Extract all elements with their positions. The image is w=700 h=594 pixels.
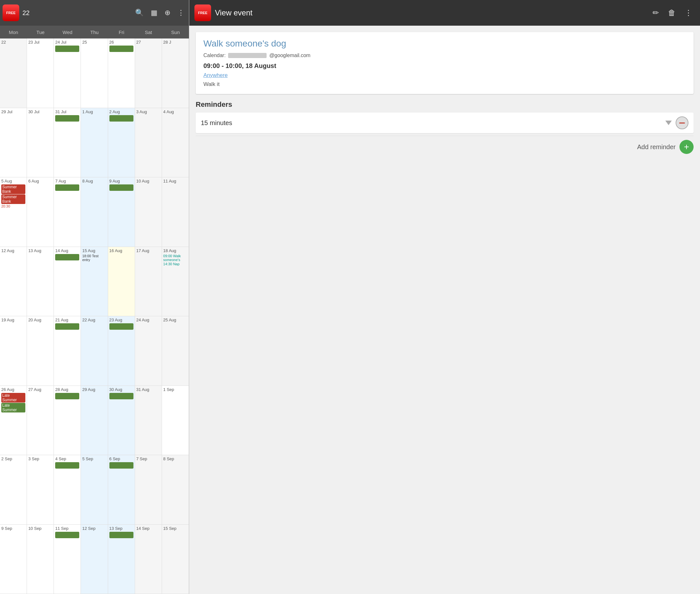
- calendar-event[interactable]: 18:00 Test entry: [82, 254, 106, 262]
- calendar-event[interactable]: [55, 323, 79, 330]
- event-app-icon: FREE: [194, 4, 211, 21]
- event-panel: FREE View event ✏ 🗑 ⋮ Walk someone's dog…: [189, 0, 700, 594]
- calendar-cell[interactable]: 15 Sep: [162, 525, 189, 594]
- delete-icon[interactable]: 🗑: [665, 6, 678, 20]
- calendar-cell[interactable]: 30 Jul: [27, 108, 54, 177]
- calendar-cell[interactable]: 25 Aug: [162, 316, 189, 386]
- calendar-event[interactable]: 09:00 Walk someone's: [163, 254, 187, 262]
- calendar-event[interactable]: Summer Bank: [1, 185, 25, 194]
- calendar-cell[interactable]: 14 Aug: [54, 247, 81, 316]
- cell-date: 1 Aug: [82, 109, 106, 114]
- calendar-cell[interactable]: 29 Jul: [0, 108, 27, 177]
- calendar-cell[interactable]: 8 Sep: [162, 455, 189, 524]
- calendar-cell[interactable]: 17 Aug: [135, 247, 162, 316]
- calendar-cell[interactable]: 16 Aug: [108, 247, 135, 316]
- calendar-event[interactable]: 20:30: [1, 204, 25, 208]
- calendar-event[interactable]: 14:30 Nap: [163, 262, 187, 266]
- calendar-cell[interactable]: 22: [0, 38, 27, 108]
- calendar-event[interactable]: [109, 115, 133, 122]
- calendar-event[interactable]: Late Summer: [1, 393, 25, 402]
- calendar-cell[interactable]: 11 Aug: [162, 177, 189, 246]
- calendar-cell[interactable]: 27 Aug: [27, 386, 54, 455]
- edit-icon[interactable]: ✏: [650, 6, 662, 20]
- calendar-cell[interactable]: 25: [81, 38, 108, 108]
- calendar-cell[interactable]: 28 Aug: [54, 386, 81, 455]
- calendar-cell[interactable]: 11 Sep: [54, 525, 81, 594]
- calendar-cell[interactable]: 6 Aug: [27, 177, 54, 246]
- calendar-cell[interactable]: 28 J: [162, 38, 189, 108]
- calendar-cell[interactable]: 3 Sep: [27, 455, 54, 524]
- calendar-cell[interactable]: 13 Sep: [108, 525, 135, 594]
- calendar-event[interactable]: [109, 393, 133, 399]
- add-icon[interactable]: ⊕: [163, 7, 172, 19]
- calendar-cell[interactable]: 23 Jul: [27, 38, 54, 108]
- calendar-event[interactable]: [109, 462, 133, 469]
- calendar-cell[interactable]: 1 Sep: [162, 386, 189, 455]
- event-location[interactable]: Anywhere: [203, 72, 686, 78]
- more-icon[interactable]: ⋮: [176, 7, 186, 19]
- calendar-event[interactable]: [109, 323, 133, 330]
- calendar-cell[interactable]: 14 Sep: [135, 525, 162, 594]
- search-icon[interactable]: 🔍: [133, 7, 146, 19]
- calendar-cell[interactable]: 19 Aug: [0, 316, 27, 386]
- calendar-event[interactable]: [55, 254, 79, 260]
- calendar-cell[interactable]: 10 Aug: [135, 177, 162, 246]
- calendar-cell[interactable]: 2 Aug: [108, 108, 135, 177]
- calendar-cell[interactable]: 6 Sep: [108, 455, 135, 524]
- remove-reminder-button[interactable]: [676, 117, 689, 129]
- calendar-panel: FREE 22 🔍 ▦ ⊕ ⋮ Mon Tue Wed Thu Fri Sat …: [0, 0, 189, 594]
- calendar-cell[interactable]: 4 Sep: [54, 455, 81, 524]
- calendar-cell[interactable]: 10 Sep: [27, 525, 54, 594]
- calendar-event[interactable]: [109, 185, 133, 191]
- calendar-cell[interactable]: 13 Aug: [27, 247, 54, 316]
- cell-date: 26: [109, 40, 133, 44]
- calendar-event[interactable]: [109, 45, 133, 52]
- calendar-cell[interactable]: 8 Aug: [81, 177, 108, 246]
- add-reminder-button[interactable]: +: [679, 140, 694, 154]
- view-event-title: View event: [215, 8, 646, 17]
- calendar-cell[interactable]: 7 Sep: [135, 455, 162, 524]
- calendar-cell[interactable]: 1 Aug: [81, 108, 108, 177]
- calendar-event[interactable]: Summer Bank: [1, 194, 25, 204]
- calendar-cell[interactable]: 30 Aug: [108, 386, 135, 455]
- calendar-cell[interactable]: 27: [135, 38, 162, 108]
- calendar-cell[interactable]: 7 Aug: [54, 177, 81, 246]
- cell-date: 12 Aug: [1, 248, 25, 253]
- cell-date: 9 Sep: [1, 526, 25, 531]
- more-options-icon[interactable]: ⋮: [682, 6, 695, 20]
- calendar-cell[interactable]: 26: [108, 38, 135, 108]
- calendar-cell[interactable]: 23 Aug: [108, 316, 135, 386]
- calendar-cell[interactable]: 9 Aug: [108, 177, 135, 246]
- calendar-cell[interactable]: 15 Aug18:00 Test entry: [81, 247, 108, 316]
- calendar-week-0: 2223 Jul24 Jul25262728 J: [0, 38, 189, 108]
- calendar-cell[interactable]: 31 Jul: [54, 108, 81, 177]
- calendar-event[interactable]: [55, 462, 79, 469]
- calendar-cell[interactable]: 18 Aug09:00 Walk someone's14:30 Nap: [162, 247, 189, 316]
- calendar-cell[interactable]: 12 Aug: [0, 247, 27, 316]
- calendar-cell[interactable]: 4 Aug: [162, 108, 189, 177]
- calendar-cell[interactable]: 12 Sep: [81, 525, 108, 594]
- calendar-cell[interactable]: 5 Sep: [81, 455, 108, 524]
- grid-icon[interactable]: ▦: [149, 7, 159, 19]
- calendar-cell[interactable]: 20 Aug: [27, 316, 54, 386]
- reminder-dropdown-arrow[interactable]: [665, 121, 672, 125]
- calendar-event[interactable]: [55, 532, 79, 538]
- calendar-event[interactable]: [55, 115, 79, 122]
- calendar-cell[interactable]: 9 Sep: [0, 525, 27, 594]
- calendar-cell[interactable]: 22 Aug: [81, 316, 108, 386]
- calendar-cell[interactable]: 24 Jul: [54, 38, 81, 108]
- calendar-cell[interactable]: 21 Aug: [54, 316, 81, 386]
- calendar-cell[interactable]: 31 Aug: [135, 386, 162, 455]
- calendar-cell[interactable]: 29 Aug: [81, 386, 108, 455]
- calendar-event[interactable]: Late Summer: [1, 403, 25, 412]
- calendar-cell[interactable]: 3 Aug: [135, 108, 162, 177]
- calendar-week-7: 9 Sep10 Sep11 Sep12 Sep13 Sep14 Sep15 Se…: [0, 525, 189, 594]
- calendar-cell[interactable]: 26 AugLate SummerLate Summer: [0, 386, 27, 455]
- calendar-cell[interactable]: 24 Aug: [135, 316, 162, 386]
- calendar-cell[interactable]: 5 AugSummer BankSummer Bank20:30: [0, 177, 27, 246]
- calendar-cell[interactable]: 2 Sep: [0, 455, 27, 524]
- calendar-event[interactable]: [55, 393, 79, 399]
- calendar-event[interactable]: [55, 185, 79, 191]
- calendar-event[interactable]: [109, 532, 133, 538]
- calendar-event[interactable]: [55, 45, 79, 52]
